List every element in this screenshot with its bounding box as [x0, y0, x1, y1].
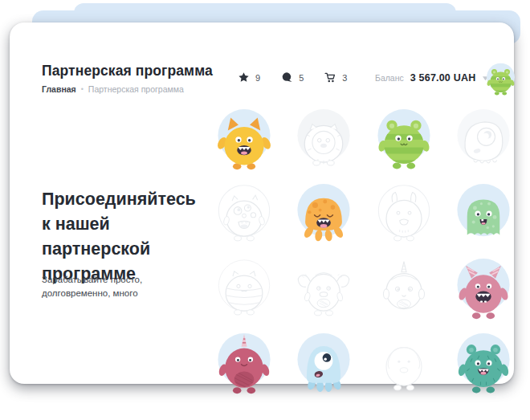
hero-heading: Присоединяйтесь к нашей партнерской прог…	[42, 187, 209, 287]
breadcrumb-home-link[interactable]: Главная	[42, 84, 76, 94]
hero-subheading: Зарабатывайте просто, долговременно, мно…	[42, 273, 162, 300]
chat-icon	[281, 71, 293, 84]
monster-sketch-multi-eye	[204, 176, 284, 251]
monster-rose-narwhal	[204, 325, 284, 400]
favorites-stat[interactable]: 9	[238, 71, 260, 84]
monster-sketch-faint	[364, 325, 444, 400]
monster-gallery	[204, 101, 524, 400]
star-icon	[238, 71, 250, 84]
monster-sketch-floppy-ear	[284, 251, 365, 325]
monster-orange-octopus	[284, 176, 365, 251]
page: Партнерская программа Главная • Партнерс…	[0, 0, 530, 420]
balance-dropdown[interactable]: Баланс 3 567.00 UAH	[375, 72, 489, 84]
monster-green-striped-bear	[364, 101, 444, 176]
monster-sketch-cyclops	[444, 101, 524, 176]
page-title: Партнерская программа	[42, 63, 213, 80]
breadcrumb: Главная • Партнерская программа	[42, 84, 184, 94]
monster-sketch-horned	[364, 176, 444, 251]
monster-blue-cyclops-squid	[284, 325, 365, 400]
favorites-count: 9	[255, 73, 260, 83]
monster-sketch-striped-cat	[204, 251, 284, 325]
messages-stat[interactable]: 5	[281, 71, 304, 84]
messages-count: 5	[299, 73, 304, 83]
green-monster-avatar-icon	[482, 60, 520, 98]
monster-sketch-hedgehog	[284, 101, 365, 176]
monster-yellow-horned	[204, 101, 284, 176]
breadcrumb-current: Партнерская программа	[88, 84, 184, 94]
user-avatar[interactable]	[482, 60, 520, 98]
monster-pink-horned	[444, 251, 524, 325]
cart-count: 3	[342, 73, 347, 83]
balance-label: Баланс	[375, 73, 404, 83]
monster-teal-furry	[444, 325, 524, 400]
breadcrumb-separator: •	[81, 85, 84, 93]
main-card: Партнерская программа Главная • Партнерс…	[10, 22, 514, 384]
cart-stat[interactable]: 3	[324, 71, 347, 84]
monster-green-spotted-ghost	[444, 176, 524, 251]
cart-icon	[324, 71, 336, 84]
balance-value: 3 567.00 UAH	[410, 72, 476, 84]
monster-sketch-unicorn	[364, 251, 444, 325]
header-stats: 9 5 3	[238, 71, 347, 84]
